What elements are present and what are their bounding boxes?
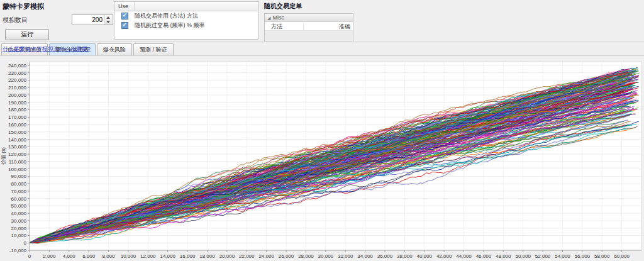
- use-row-label: 随机交易使用 (方法) 方法: [135, 12, 198, 20]
- svg-text:150,000: 150,000: [8, 130, 26, 135]
- svg-text:30,000: 30,000: [318, 253, 334, 259]
- svg-text:40,000: 40,000: [11, 211, 27, 216]
- svg-text:56,000: 56,000: [575, 253, 591, 259]
- svg-text:12,000: 12,000: [140, 253, 156, 259]
- svg-text:14,000: 14,000: [160, 253, 175, 259]
- use-column-header: Use: [114, 2, 135, 11]
- svg-text:26,000: 26,000: [279, 253, 294, 259]
- svg-text:58,000: 58,000: [594, 253, 610, 259]
- svg-text:52,000: 52,000: [535, 253, 551, 259]
- svg-text:10,000: 10,000: [121, 253, 136, 259]
- svg-text:130,000: 130,000: [8, 144, 26, 150]
- monte-carlo-chart: 02,0004,0006,0008,00010,00012,00014,0001…: [0, 56, 644, 261]
- svg-text:100,000: 100,000: [8, 167, 26, 172]
- svg-text:60,000: 60,000: [11, 196, 27, 202]
- svg-text:2,000: 2,000: [43, 253, 56, 259]
- svg-text:0: 0: [24, 240, 27, 246]
- svg-text:8,000: 8,000: [103, 253, 116, 259]
- svg-text:110,000: 110,000: [9, 159, 27, 165]
- use-row: 随机跳过交易 (频率) % 频率: [114, 21, 258, 30]
- svg-text:18,000: 18,000: [199, 253, 215, 259]
- svg-text:34,000: 34,000: [357, 253, 373, 259]
- sim-count-label: 模拟数目: [3, 16, 72, 25]
- svg-text:6,000: 6,000: [82, 253, 96, 259]
- use-row-label: 随机跳过交易 (频率) % 频率: [135, 21, 205, 30]
- svg-text:28,000: 28,000: [298, 253, 314, 259]
- misc-group-header[interactable]: ◢Misc: [265, 14, 353, 22]
- svg-text:70,000: 70,000: [11, 189, 27, 194]
- run-button[interactable]: 运行: [5, 29, 49, 40]
- svg-text:210,000: 210,000: [8, 85, 26, 91]
- svg-text:38,000: 38,000: [397, 253, 413, 259]
- panel-title: 蒙特卡罗模拟: [3, 2, 113, 11]
- svg-text:-10,000: -10,000: [9, 248, 27, 253]
- svg-text:220,000: 220,000: [8, 77, 26, 83]
- property-value[interactable]: 准确: [304, 22, 353, 30]
- misc-group-label: Misc: [272, 14, 284, 21]
- simulation-config-panel: 蒙特卡罗模拟 模拟数目 运行 什么是蒙特卡罗模拟为什么很重要?: [3, 2, 113, 53]
- svg-text:20,000: 20,000: [11, 226, 27, 231]
- property-name: 方法: [265, 22, 304, 30]
- svg-text:50,000: 50,000: [11, 203, 27, 209]
- svg-text:50,000: 50,000: [515, 253, 531, 259]
- svg-text:20,000: 20,000: [219, 253, 235, 259]
- use-row-checkbox-0[interactable]: [121, 13, 128, 19]
- svg-text:40,000: 40,000: [417, 253, 433, 259]
- svg-text:90,000: 90,000: [11, 174, 27, 179]
- what-is-monte-carlo-link[interactable]: 什么是蒙特卡罗模拟为什么很重要?: [3, 45, 113, 53]
- svg-text:200,000: 200,000: [8, 92, 26, 98]
- svg-text:30,000: 30,000: [11, 218, 27, 224]
- use-row: 随机交易使用 (方法) 方法: [114, 11, 258, 21]
- sim-count-stepper[interactable]: [72, 14, 113, 25]
- svg-text:120,000: 120,000: [8, 152, 26, 157]
- tab-prediction-validation[interactable]: 预测 / 验证: [133, 43, 174, 55]
- svg-text:80,000: 80,000: [11, 181, 27, 187]
- collapse-triangle-icon: ◢: [267, 16, 270, 20]
- svg-text:10,000: 10,000: [11, 233, 27, 238]
- svg-text:24,000: 24,000: [258, 253, 274, 259]
- svg-text:48,000: 48,000: [496, 253, 511, 259]
- svg-text:22,000: 22,000: [239, 253, 255, 259]
- svg-text:4,000: 4,000: [63, 253, 76, 259]
- spin-up-icon[interactable]: [104, 15, 112, 20]
- use-row-checkbox-1[interactable]: [121, 22, 128, 29]
- y-axis-label: 价值 ($): [1, 147, 6, 165]
- svg-text:240,000: 240,000: [8, 63, 26, 69]
- svg-text:36,000: 36,000: [377, 253, 393, 259]
- sim-count-input[interactable]: [72, 15, 104, 25]
- svg-text:16,000: 16,000: [180, 253, 196, 259]
- svg-text:32,000: 32,000: [338, 253, 353, 259]
- svg-text:54,000: 54,000: [555, 253, 570, 259]
- random-orders-panel: 随机交易定单 ◢Misc 方法 准确: [264, 2, 353, 42]
- property-row: 方法 准确: [265, 22, 353, 31]
- svg-text:44,000: 44,000: [456, 253, 472, 259]
- svg-text:42,000: 42,000: [436, 253, 452, 259]
- spin-down-icon[interactable]: [104, 20, 112, 25]
- top-settings-bar: 蒙特卡罗模拟 模拟数目 运行 什么是蒙特卡罗模拟为什么很重要? Use 随机交易…: [0, 0, 644, 42]
- svg-text:0: 0: [28, 253, 31, 259]
- svg-text:190,000: 190,000: [8, 100, 26, 106]
- svg-text:60,000: 60,000: [614, 253, 630, 259]
- svg-text:160,000: 160,000: [8, 122, 26, 128]
- svg-text:230,000: 230,000: [8, 70, 26, 76]
- svg-text:170,000: 170,000: [8, 114, 26, 120]
- svg-text:46,000: 46,000: [476, 253, 492, 259]
- svg-text:140,000: 140,000: [8, 137, 26, 143]
- use-options-grid: Use 随机交易使用 (方法) 方法 随机跳过交易 (频率) % 频率: [114, 1, 258, 40]
- orders-panel-title: 随机交易定单: [264, 2, 353, 11]
- svg-text:180,000: 180,000: [8, 107, 26, 113]
- chart-panel: 02,0004,0006,0008,00010,00012,00014,0001…: [0, 55, 644, 261]
